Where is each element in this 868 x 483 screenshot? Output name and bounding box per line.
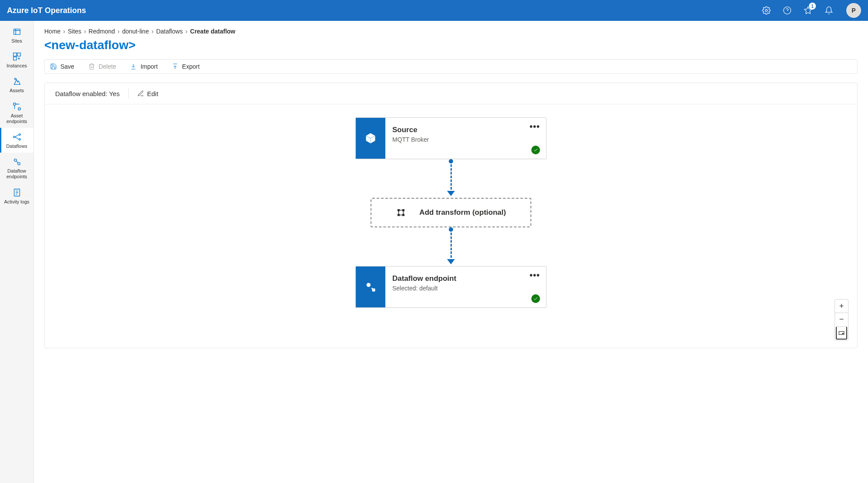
dataflow-canvas-panel: Dataflow enabled: Yes Edit Sourc <box>44 83 858 348</box>
svg-rect-3 <box>13 29 20 35</box>
svg-point-8 <box>14 78 16 80</box>
settings-gear-icon[interactable] <box>759 3 773 17</box>
status-ok-icon <box>531 294 540 303</box>
connector <box>447 227 455 266</box>
source-node[interactable]: Source MQTT Broker ••• <box>355 117 547 159</box>
breadcrumb-link[interactable]: Home <box>44 28 60 35</box>
feedback-icon[interactable]: 1 <box>801 3 815 17</box>
dataflow-canvas: Source MQTT Broker ••• <box>45 104 857 348</box>
svg-point-10 <box>18 107 20 110</box>
zoom-out-button[interactable]: − <box>835 313 848 326</box>
connector <box>447 159 455 198</box>
save-button[interactable]: Save <box>50 63 74 70</box>
svg-rect-20 <box>372 289 375 292</box>
breadcrumb-link[interactable]: Dataflows <box>156 28 182 35</box>
more-icon[interactable]: ••• <box>530 271 540 280</box>
breadcrumb: Home› Sites› Redmond› donut-line› Datafl… <box>44 28 858 35</box>
svg-rect-6 <box>13 57 16 60</box>
sidebar-item-activity-logs[interactable]: Activity logs <box>0 183 33 208</box>
help-icon[interactable] <box>780 3 794 17</box>
delete-label: Delete <box>99 63 116 70</box>
sidebar-item-instances[interactable]: Instances <box>0 47 33 72</box>
node-subtitle: MQTT Broker <box>392 136 539 143</box>
svg-point-13 <box>19 139 20 140</box>
zoom-fit-button[interactable] <box>836 326 847 340</box>
left-sidebar: Sites Instances Assets Asset endpoints D… <box>0 21 34 483</box>
breadcrumb-link[interactable]: donut-line <box>122 28 149 35</box>
svg-point-9 <box>13 103 16 105</box>
svg-marker-17 <box>447 191 455 196</box>
endpoint-icon <box>356 266 385 307</box>
node-title: Dataflow endpoint <box>392 274 539 283</box>
command-bar: Save Delete Import Export <box>44 59 858 74</box>
notification-badge: 1 <box>809 3 816 10</box>
transform-label: Add transform (optional) <box>419 208 506 217</box>
svg-point-11 <box>13 136 15 138</box>
zoom-in-button[interactable]: + <box>835 300 848 313</box>
sidebar-item-label: Dataflow endpoints <box>2 168 32 180</box>
divider <box>128 88 129 99</box>
sidebar-item-label: Assets <box>10 88 24 93</box>
svg-rect-22 <box>842 333 844 334</box>
node-title: Source <box>392 126 539 134</box>
user-avatar[interactable]: P <box>846 3 861 18</box>
sidebar-item-label: Asset endpoints <box>2 113 32 124</box>
svg-marker-18 <box>447 259 455 264</box>
export-label: Export <box>182 63 199 70</box>
bell-icon[interactable] <box>822 3 836 17</box>
edit-button[interactable]: Edit <box>137 90 158 97</box>
svg-point-12 <box>19 134 20 136</box>
svg-point-19 <box>367 283 371 287</box>
svg-rect-5 <box>17 53 20 56</box>
cube-icon <box>356 118 385 159</box>
zoom-controls: + − <box>835 299 848 341</box>
sidebar-item-assets[interactable]: Assets <box>0 72 33 97</box>
svg-point-1 <box>784 7 791 14</box>
sidebar-item-label: Sites <box>11 38 22 44</box>
sidebar-item-dataflows[interactable]: Dataflows <box>0 128 33 153</box>
delete-button: Delete <box>88 63 116 70</box>
main-content: Home› Sites› Redmond› donut-line› Datafl… <box>34 21 868 483</box>
svg-rect-4 <box>13 53 16 56</box>
sidebar-item-label: Activity logs <box>4 199 29 205</box>
export-button[interactable]: Export <box>172 63 199 70</box>
endpoint-node[interactable]: Dataflow endpoint Selected: default ••• <box>355 266 547 308</box>
svg-point-0 <box>765 10 768 12</box>
status-ok-icon <box>531 146 540 154</box>
sidebar-item-dataflow-endpoints[interactable]: Dataflow endpoints <box>0 153 33 183</box>
import-label: Import <box>140 63 158 70</box>
edit-label: Edit <box>147 90 158 97</box>
page-title: <new-dataflow> <box>44 38 858 52</box>
more-icon[interactable]: ••• <box>530 122 540 131</box>
canvas-header: Dataflow enabled: Yes Edit <box>45 83 857 104</box>
add-transform-button[interactable]: Add transform (optional) <box>371 198 531 227</box>
top-header: Azure IoT Operations 1 P <box>0 0 868 21</box>
breadcrumb-link[interactable]: Redmond <box>89 28 115 35</box>
sidebar-item-asset-endpoints[interactable]: Asset endpoints <box>0 97 33 128</box>
sidebar-item-sites[interactable]: Sites <box>0 23 33 47</box>
dataflow-enabled-text: Dataflow enabled: Yes <box>55 90 119 97</box>
sidebar-item-label: Instances <box>7 63 27 69</box>
app-title: Azure IoT Operations <box>7 6 86 15</box>
breadcrumb-current: Create dataflow <box>190 28 235 35</box>
breadcrumb-link[interactable]: Sites <box>68 28 81 35</box>
sidebar-item-label: Dataflows <box>6 143 27 149</box>
import-button[interactable]: Import <box>130 63 158 70</box>
svg-point-7 <box>18 58 20 59</box>
save-label: Save <box>60 63 74 70</box>
node-subtitle: Selected: default <box>392 285 539 292</box>
